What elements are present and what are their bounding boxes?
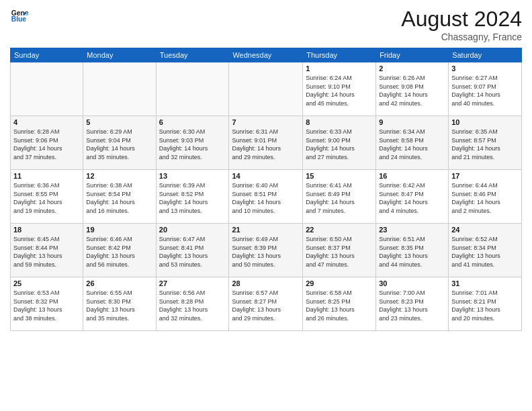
table-row: 27Sunrise: 6:56 AM Sunset: 8:28 PM Dayli… <box>156 277 229 331</box>
day-number: 30 <box>379 279 445 287</box>
table-row: 7Sunrise: 6:31 AM Sunset: 9:01 PM Daylig… <box>229 116 303 170</box>
day-info: Sunrise: 6:49 AM Sunset: 8:39 PM Dayligh… <box>232 235 300 269</box>
day-info: Sunrise: 6:40 AM Sunset: 8:51 PM Dayligh… <box>232 181 300 215</box>
table-row: 12Sunrise: 6:38 AM Sunset: 8:54 PM Dayli… <box>83 170 156 224</box>
day-info: Sunrise: 6:38 AM Sunset: 8:54 PM Dayligh… <box>86 181 152 215</box>
day-number: 13 <box>159 172 226 180</box>
title-block: August 2024 Chassagny, France <box>401 7 522 42</box>
col-saturday: Saturday <box>449 48 522 62</box>
day-info: Sunrise: 6:26 AM Sunset: 9:08 PM Dayligh… <box>379 74 445 107</box>
calendar-table: Sunday Monday Tuesday Wednesday Thursday… <box>10 48 522 331</box>
table-row: 26Sunrise: 6:55 AM Sunset: 8:30 PM Dayli… <box>83 277 156 331</box>
day-info: Sunrise: 6:58 AM Sunset: 8:25 PM Dayligh… <box>306 289 373 322</box>
calendar-header-row: Sunday Monday Tuesday Wednesday Thursday… <box>11 48 522 62</box>
table-row: 5Sunrise: 6:29 AM Sunset: 9:04 PM Daylig… <box>83 116 156 170</box>
day-info: Sunrise: 7:01 AM Sunset: 8:21 PM Dayligh… <box>451 289 519 322</box>
day-info: Sunrise: 6:55 AM Sunset: 8:30 PM Dayligh… <box>86 289 152 322</box>
day-number: 6 <box>159 118 226 126</box>
table-row: 9Sunrise: 6:34 AM Sunset: 8:58 PM Daylig… <box>376 116 449 170</box>
day-number: 21 <box>232 226 300 234</box>
table-row: 28Sunrise: 6:57 AM Sunset: 8:27 PM Dayli… <box>229 277 303 331</box>
calendar-week-row: 18Sunrise: 6:45 AM Sunset: 8:44 PM Dayli… <box>11 224 522 277</box>
day-number: 28 <box>232 279 300 287</box>
day-number: 3 <box>451 64 519 73</box>
day-info: Sunrise: 6:24 AM Sunset: 9:10 PM Dayligh… <box>306 74 373 107</box>
day-number: 5 <box>86 118 152 126</box>
col-sunday: Sunday <box>11 48 83 62</box>
col-wednesday: Wednesday <box>229 48 303 62</box>
calendar-week-row: 1Sunrise: 6:24 AM Sunset: 9:10 PM Daylig… <box>11 62 522 116</box>
month-title: August 2024 <box>401 7 522 32</box>
day-info: Sunrise: 6:27 AM Sunset: 9:07 PM Dayligh… <box>451 74 519 107</box>
day-number: 8 <box>306 118 373 126</box>
header: General Blue August 2024 Chassagny, Fran… <box>10 7 522 42</box>
day-number: 23 <box>379 226 445 234</box>
day-info: Sunrise: 6:41 AM Sunset: 8:49 PM Dayligh… <box>306 181 373 215</box>
table-row: 11Sunrise: 6:36 AM Sunset: 8:55 PM Dayli… <box>11 170 83 224</box>
table-row <box>156 62 229 116</box>
day-info: Sunrise: 6:53 AM Sunset: 8:32 PM Dayligh… <box>13 289 80 322</box>
day-number: 14 <box>232 172 300 180</box>
table-row: 25Sunrise: 6:53 AM Sunset: 8:32 PM Dayli… <box>11 277 83 331</box>
table-row: 31Sunrise: 7:01 AM Sunset: 8:21 PM Dayli… <box>449 277 522 331</box>
col-tuesday: Tuesday <box>156 48 229 62</box>
table-row: 15Sunrise: 6:41 AM Sunset: 8:49 PM Dayli… <box>303 170 376 224</box>
day-number: 18 <box>13 226 80 234</box>
table-row: 18Sunrise: 6:45 AM Sunset: 8:44 PM Dayli… <box>11 224 83 277</box>
table-row: 20Sunrise: 6:47 AM Sunset: 8:41 PM Dayli… <box>156 224 229 277</box>
table-row: 3Sunrise: 6:27 AM Sunset: 9:07 PM Daylig… <box>449 62 522 116</box>
day-info: Sunrise: 6:42 AM Sunset: 8:47 PM Dayligh… <box>379 181 445 215</box>
logo: General Blue <box>10 7 29 26</box>
calendar-week-row: 25Sunrise: 6:53 AM Sunset: 8:32 PM Dayli… <box>11 277 522 331</box>
table-row <box>229 62 303 116</box>
day-number: 22 <box>306 226 373 234</box>
col-monday: Monday <box>83 48 156 62</box>
day-info: Sunrise: 6:44 AM Sunset: 8:46 PM Dayligh… <box>451 181 519 215</box>
table-row: 14Sunrise: 6:40 AM Sunset: 8:51 PM Dayli… <box>229 170 303 224</box>
day-number: 9 <box>379 118 445 126</box>
day-number: 11 <box>13 172 80 180</box>
day-info: Sunrise: 6:51 AM Sunset: 8:35 PM Dayligh… <box>379 235 445 269</box>
day-number: 12 <box>86 172 152 180</box>
day-number: 27 <box>159 279 226 287</box>
day-info: Sunrise: 6:52 AM Sunset: 8:34 PM Dayligh… <box>451 235 519 269</box>
day-number: 20 <box>159 226 226 234</box>
day-number: 31 <box>451 279 519 287</box>
day-info: Sunrise: 6:31 AM Sunset: 9:01 PM Dayligh… <box>232 128 300 161</box>
day-info: Sunrise: 6:47 AM Sunset: 8:41 PM Dayligh… <box>159 235 226 269</box>
col-friday: Friday <box>376 48 449 62</box>
table-row: 6Sunrise: 6:30 AM Sunset: 9:03 PM Daylig… <box>156 116 229 170</box>
day-number: 10 <box>451 118 519 126</box>
calendar-week-row: 4Sunrise: 6:28 AM Sunset: 9:06 PM Daylig… <box>11 116 522 170</box>
day-number: 1 <box>306 64 373 73</box>
table-row: 2Sunrise: 6:26 AM Sunset: 9:08 PM Daylig… <box>376 62 449 116</box>
day-info: Sunrise: 7:00 AM Sunset: 8:23 PM Dayligh… <box>379 289 445 322</box>
day-number: 16 <box>379 172 445 180</box>
calendar-week-row: 11Sunrise: 6:36 AM Sunset: 8:55 PM Dayli… <box>11 170 522 224</box>
day-info: Sunrise: 6:34 AM Sunset: 8:58 PM Dayligh… <box>379 128 445 161</box>
day-info: Sunrise: 6:29 AM Sunset: 9:04 PM Dayligh… <box>86 128 152 161</box>
day-info: Sunrise: 6:45 AM Sunset: 8:44 PM Dayligh… <box>13 235 80 269</box>
day-info: Sunrise: 6:50 AM Sunset: 8:37 PM Dayligh… <box>306 235 373 269</box>
col-thursday: Thursday <box>303 48 376 62</box>
day-number: 2 <box>379 64 445 73</box>
table-row: 16Sunrise: 6:42 AM Sunset: 8:47 PM Dayli… <box>376 170 449 224</box>
table-row: 1Sunrise: 6:24 AM Sunset: 9:10 PM Daylig… <box>303 62 376 116</box>
svg-text:Blue: Blue <box>11 15 27 23</box>
table-row: 23Sunrise: 6:51 AM Sunset: 8:35 PM Dayli… <box>376 224 449 277</box>
day-info: Sunrise: 6:30 AM Sunset: 9:03 PM Dayligh… <box>159 128 226 161</box>
day-number: 4 <box>13 118 80 126</box>
day-info: Sunrise: 6:35 AM Sunset: 8:57 PM Dayligh… <box>451 128 519 161</box>
day-number: 17 <box>451 172 519 180</box>
table-row <box>83 62 156 116</box>
day-number: 25 <box>13 279 80 287</box>
location: Chassagny, France <box>401 32 522 42</box>
day-info: Sunrise: 6:39 AM Sunset: 8:52 PM Dayligh… <box>159 181 226 215</box>
day-info: Sunrise: 6:56 AM Sunset: 8:28 PM Dayligh… <box>159 289 226 322</box>
table-row: 4Sunrise: 6:28 AM Sunset: 9:06 PM Daylig… <box>11 116 83 170</box>
day-number: 19 <box>86 226 152 234</box>
day-info: Sunrise: 6:46 AM Sunset: 8:42 PM Dayligh… <box>86 235 152 269</box>
table-row: 30Sunrise: 7:00 AM Sunset: 8:23 PM Dayli… <box>376 277 449 331</box>
day-info: Sunrise: 6:57 AM Sunset: 8:27 PM Dayligh… <box>232 289 300 322</box>
table-row <box>11 62 83 116</box>
